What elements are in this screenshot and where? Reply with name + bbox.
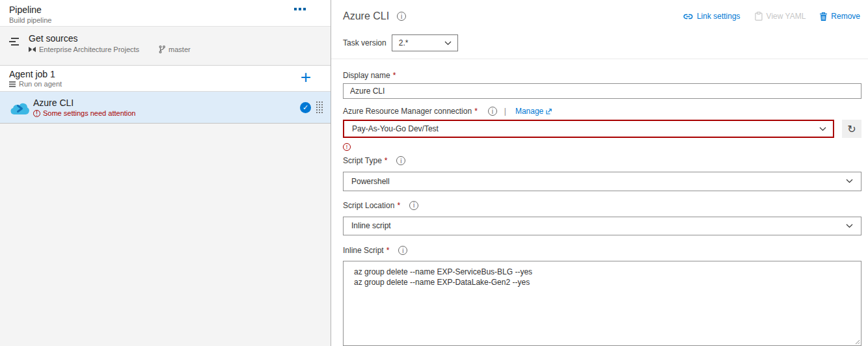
pipeline-title: Pipeline bbox=[9, 5, 321, 15]
task-enabled-check-icon[interactable]: ✓ bbox=[300, 102, 311, 113]
inline-script-label-row: Inline Script * i bbox=[343, 246, 861, 255]
arm-connection-value: Pay-As-You-Go Dev/Test bbox=[352, 124, 439, 133]
get-sources-title: Get sources bbox=[29, 33, 321, 44]
pipeline-editor: Pipeline Build pipeline Get sources Ente… bbox=[0, 0, 868, 346]
pipeline-subtitle: Build pipeline bbox=[9, 16, 321, 24]
script-type-label: Script Type bbox=[343, 156, 382, 165]
branch-group: master bbox=[159, 46, 191, 53]
manage-link[interactable]: Manage bbox=[515, 107, 552, 116]
task-texts: Azure CLI ! Some settings need attention bbox=[33, 98, 300, 117]
task-warning: ! Some settings need attention bbox=[33, 109, 300, 117]
view-yaml-button[interactable]: View YAML bbox=[755, 12, 806, 21]
script-location-label: Script Location bbox=[343, 201, 394, 210]
script-location-select[interactable]: Inline script bbox=[343, 217, 861, 236]
get-sources-details: Enterprise Architecture Projects master bbox=[29, 46, 321, 53]
inline-script-wrap: az group delete --name EXP-ServiceBus-BL… bbox=[343, 261, 861, 346]
task-settings-title: Azure CLI bbox=[343, 10, 389, 22]
info-icon[interactable]: i bbox=[488, 107, 497, 116]
agent-job-title: Agent job 1 bbox=[9, 69, 321, 79]
clipboard-icon bbox=[755, 12, 763, 21]
chevron-down-icon bbox=[444, 41, 452, 46]
info-icon[interactable]: i bbox=[398, 246, 407, 255]
arm-connection-label: Azure Resource Manager connection bbox=[343, 107, 472, 116]
script-type-label-row: Script Type * i bbox=[343, 156, 861, 165]
header-actions: Link settings View YAML bbox=[683, 12, 861, 21]
task-version-value: 2.* bbox=[399, 38, 409, 47]
task-item-azure-cli[interactable]: Azure CLI ! Some settings need attention… bbox=[0, 92, 331, 124]
separator: | bbox=[504, 107, 506, 116]
task-version-select[interactable]: 2.* bbox=[392, 34, 458, 51]
info-icon[interactable]: i bbox=[397, 12, 406, 21]
arm-connection-error: ! bbox=[343, 140, 861, 152]
arm-connection-row: Pay-As-You-Go Dev/Test ↻ bbox=[343, 120, 861, 138]
script-type-value: Powershell bbox=[351, 177, 390, 186]
agent-job-subtitle: Run on agent bbox=[19, 80, 62, 88]
agent-rows-icon bbox=[9, 81, 16, 87]
add-task-button[interactable]: + bbox=[301, 68, 311, 86]
required-marker: * bbox=[397, 201, 400, 210]
script-location-label-row: Script Location * i bbox=[343, 201, 861, 210]
required-marker: * bbox=[474, 107, 478, 116]
agent-job-details: Run on agent bbox=[9, 80, 321, 88]
arm-connection-label-row: Azure Resource Manager connection * i | … bbox=[343, 107, 861, 116]
chevron-down-icon bbox=[819, 127, 826, 131]
task-version-label: Task version bbox=[343, 38, 387, 47]
repo-icon bbox=[29, 46, 36, 53]
task-list-empty-area bbox=[0, 124, 331, 346]
azure-cli-cloud-icon bbox=[10, 100, 31, 115]
get-sources-item[interactable]: Get sources Enterprise Architecture Proj… bbox=[0, 27, 331, 66]
required-marker: * bbox=[385, 156, 388, 165]
warning-icon: ! bbox=[33, 110, 40, 117]
remove-button[interactable]: Remove bbox=[820, 12, 860, 21]
section-divider bbox=[331, 59, 868, 59]
link-settings-label: Link settings bbox=[697, 12, 740, 21]
branch-icon bbox=[159, 46, 165, 53]
repo-name: Enterprise Architecture Projects bbox=[39, 46, 139, 53]
external-link-icon bbox=[546, 109, 552, 114]
task-warning-text: Some settings need attention bbox=[43, 109, 135, 117]
task-settings-header: Azure CLI i Link settings bbox=[343, 8, 861, 25]
display-name-label-row: Display name * bbox=[343, 71, 861, 80]
refresh-button[interactable]: ↻ bbox=[842, 120, 861, 138]
inline-script-textarea[interactable]: az group delete --name EXP-ServiceBus-BL… bbox=[343, 261, 861, 346]
chevron-down-icon bbox=[846, 179, 853, 183]
ellipsis-menu-icon[interactable] bbox=[294, 8, 306, 10]
script-location-value: Inline script bbox=[351, 221, 391, 230]
required-marker: * bbox=[387, 246, 390, 255]
info-icon[interactable]: i bbox=[409, 201, 418, 210]
view-yaml-label: View YAML bbox=[766, 12, 806, 21]
link-icon bbox=[683, 13, 693, 20]
arm-connection-select[interactable]: Pay-As-You-Go Dev/Test bbox=[343, 120, 834, 138]
branch-name: master bbox=[169, 46, 191, 53]
pipeline-sidebar: Pipeline Build pipeline Get sources Ente… bbox=[0, 0, 331, 346]
trash-icon bbox=[820, 12, 827, 21]
script-type-select[interactable]: Powershell bbox=[343, 172, 861, 191]
task-version-row: Task version 2.* bbox=[343, 34, 861, 51]
display-name-input[interactable] bbox=[343, 83, 861, 99]
task-title: Azure CLI bbox=[33, 98, 300, 108]
agent-job-item[interactable]: Agent job 1 Run on agent + bbox=[0, 66, 331, 92]
manage-link-label: Manage bbox=[515, 107, 543, 116]
info-icon[interactable]: i bbox=[396, 156, 405, 165]
remove-label: Remove bbox=[831, 12, 860, 21]
pipeline-header: Pipeline Build pipeline bbox=[0, 0, 331, 27]
display-name-label: Display name bbox=[343, 71, 390, 80]
chevron-down-icon bbox=[846, 224, 853, 228]
required-marker: * bbox=[393, 71, 396, 80]
inline-script-label: Inline Script bbox=[343, 246, 384, 255]
link-settings-button[interactable]: Link settings bbox=[683, 12, 740, 21]
task-settings-panel: Azure CLI i Link settings bbox=[331, 0, 868, 346]
error-icon: ! bbox=[343, 143, 351, 151]
steps-list-icon bbox=[9, 37, 20, 46]
drag-handle-icon[interactable] bbox=[316, 101, 323, 113]
